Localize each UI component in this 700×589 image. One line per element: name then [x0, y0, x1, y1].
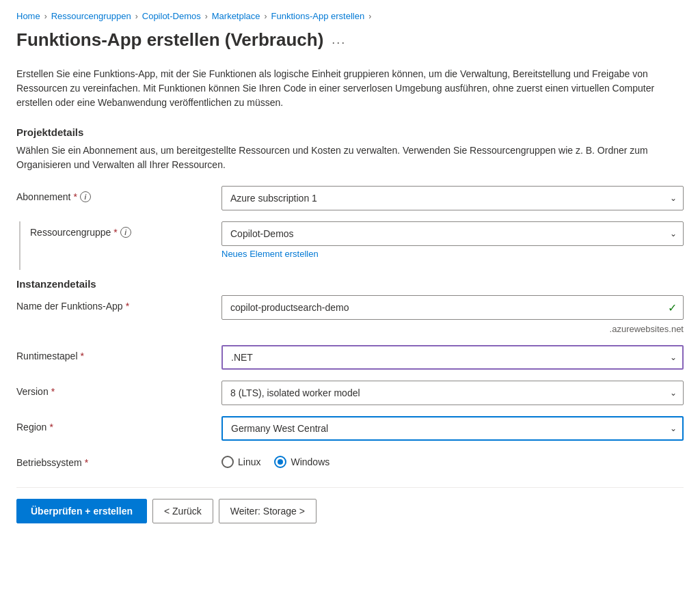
ressourcengruppe-control: Copilot-Demos ⌄ Neues Element erstellen: [221, 221, 684, 259]
indent-bar: [19, 221, 21, 270]
version-control: 8 (LTS), isolated worker model ⌄: [221, 381, 684, 405]
instanzendetails-title: Instanzendetails: [16, 278, 684, 290]
region-select-wrapper: Germany West Central ⌄: [221, 416, 684, 441]
breadcrumb-home[interactable]: Home: [16, 11, 40, 21]
breadcrumb-sep-1: ›: [44, 12, 47, 21]
abonnement-row: Abonnement * i Azure subscription 1 ⌄: [16, 186, 684, 210]
breadcrumb-ressourcengruppen[interactable]: Ressourcengruppen: [51, 11, 131, 21]
review-create-button[interactable]: Überprüfen + erstellen: [16, 499, 147, 523]
runtimestapel-label-col: Runtimestapel *: [16, 345, 221, 361]
funktions-app-name-control: ✓ .azurewebsites.net: [221, 295, 684, 334]
funktions-app-name-required: *: [126, 301, 129, 312]
runtimestapel-select-wrapper: .NET ⌄: [221, 345, 684, 370]
version-label-col: Version *: [16, 381, 221, 397]
region-label-col: Region *: [16, 416, 221, 433]
projektdetails-section: Projektdetails Wählen Sie ein Abonnement…: [16, 126, 684, 259]
version-select-wrapper: 8 (LTS), isolated worker model ⌄: [221, 381, 684, 405]
ressourcengruppe-label-col: Ressourcengruppe * i: [16, 221, 221, 238]
radio-windows-dot: [278, 459, 283, 465]
version-label: Version: [16, 386, 49, 397]
breadcrumb-marketplace[interactable]: Marketplace: [212, 11, 260, 21]
page-description: Erstellen Sie eine Funktions-App, mit de…: [16, 67, 684, 110]
betriebssystem-row: Betriebssystem * Linux Windows: [16, 452, 684, 468]
region-label: Region: [16, 422, 46, 433]
runtimestapel-label: Runtimestapel: [16, 351, 78, 361]
funktions-app-name-row: Name der Funktions-App * ✓ .azurewebsite…: [16, 295, 684, 334]
region-control: Germany West Central ⌄: [221, 416, 684, 441]
title-ellipsis-menu[interactable]: ...: [332, 33, 346, 47]
check-icon: ✓: [668, 301, 677, 314]
abonnement-select-wrapper: Azure subscription 1 ⌄: [221, 186, 684, 210]
abonnement-control: Azure subscription 1 ⌄: [221, 186, 684, 210]
betriebssystem-radio-group: Linux Windows: [221, 452, 684, 468]
ressourcengruppe-select-wrapper: Copilot-Demos ⌄: [221, 221, 684, 246]
ressourcengruppe-row: Ressourcengruppe * i Copilot-Demos ⌄ Neu…: [16, 221, 684, 259]
region-row: Region * Germany West Central ⌄: [16, 416, 684, 441]
version-select[interactable]: 8 (LTS), isolated worker model: [221, 381, 684, 405]
radio-windows-label: Windows: [291, 456, 329, 467]
betriebssystem-control: Linux Windows: [221, 452, 684, 468]
projektdetails-description: Wählen Sie ein Abonnement aus, um bereit…: [16, 143, 684, 172]
radio-linux[interactable]: Linux: [221, 456, 260, 468]
betriebssystem-required: *: [85, 457, 88, 468]
breadcrumb-sep-2: ›: [135, 12, 138, 21]
breadcrumb-sep-3: ›: [205, 12, 208, 21]
breadcrumb: Home › Ressourcengruppen › Copilot-Demos…: [16, 11, 684, 21]
breadcrumb-sep-5: ›: [368, 12, 371, 21]
betriebssystem-label-col: Betriebssystem *: [16, 452, 221, 468]
ressourcengruppe-select[interactable]: Copilot-Demos: [221, 221, 684, 246]
new-element-link[interactable]: Neues Element erstellen: [221, 249, 684, 259]
funktions-app-name-label-col: Name der Funktions-App *: [16, 295, 221, 312]
runtimestapel-control: .NET ⌄: [221, 345, 684, 370]
radio-windows[interactable]: Windows: [274, 456, 329, 468]
instanzendetails-section: Instanzendetails Name der Funktions-App …: [16, 278, 684, 468]
radio-linux-circle: [221, 456, 234, 468]
region-select[interactable]: Germany West Central: [221, 416, 684, 441]
next-button[interactable]: Weiter: Storage >: [219, 499, 317, 523]
domain-suffix: .azurewebsites.net: [221, 324, 684, 334]
abonnement-info-icon[interactable]: i: [80, 191, 91, 202]
version-row: Version * 8 (LTS), isolated worker model…: [16, 381, 684, 405]
region-required: *: [49, 422, 53, 433]
back-button[interactable]: < Zurück: [152, 499, 213, 523]
version-required: *: [51, 386, 55, 397]
runtimestapel-select[interactable]: .NET: [221, 345, 684, 370]
page-title: Funktions-App erstellen (Verbrauch): [16, 29, 323, 51]
projektdetails-title: Projektdetails: [16, 126, 684, 138]
bottom-bar: Überprüfen + erstellen < Zurück Weiter: …: [16, 487, 684, 523]
breadcrumb-copilot-demos[interactable]: Copilot-Demos: [142, 11, 201, 21]
breadcrumb-current: Funktions-App erstellen: [271, 11, 365, 21]
abonnement-label: Abonnement: [16, 191, 70, 202]
ressourcengruppe-label: Ressourcengruppe: [30, 227, 111, 238]
funktions-app-name-label: Name der Funktions-App: [16, 301, 123, 312]
page-container: Home › Ressourcengruppen › Copilot-Demos…: [0, 0, 700, 540]
runtimestapel-row: Runtimestapel * .NET ⌄: [16, 345, 684, 370]
abonnement-required: *: [73, 191, 77, 202]
radio-windows-circle: [274, 456, 286, 468]
radio-linux-label: Linux: [238, 456, 260, 467]
page-title-row: Funktions-App erstellen (Verbrauch) ...: [16, 29, 684, 51]
funktions-app-name-input-wrapper: ✓: [221, 295, 684, 320]
ressourcengruppe-required: *: [113, 227, 117, 238]
abonnement-select[interactable]: Azure subscription 1: [221, 186, 684, 210]
abonnement-label-col: Abonnement * i: [16, 186, 221, 202]
runtimestapel-required: *: [81, 351, 84, 361]
breadcrumb-sep-4: ›: [265, 12, 267, 21]
betriebssystem-label: Betriebssystem: [16, 457, 82, 468]
funktions-app-name-input[interactable]: [221, 295, 684, 320]
ressourcengruppe-info-icon[interactable]: i: [120, 227, 131, 238]
